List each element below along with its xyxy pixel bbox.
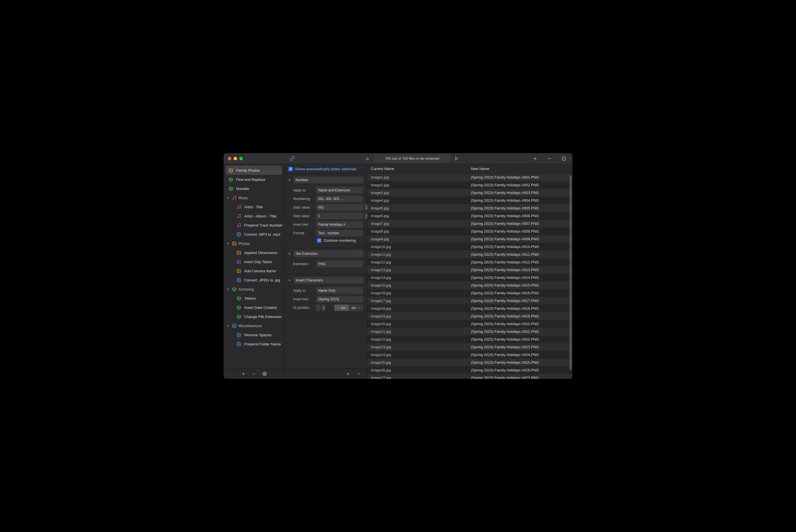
svg-point-21 xyxy=(238,280,239,281)
sidebar-item[interactable]: Insert Day Taken xyxy=(224,257,284,266)
sidebar-item[interactable]: Family Photos xyxy=(226,166,282,175)
sidebar-item[interactable]: Add Camera Name xyxy=(224,266,284,276)
sidebar-item[interactable]: Convert .JPEG to .jpg xyxy=(224,276,284,285)
file-row[interactable]: image16.jpg(Spring 2023) Family Holidays… xyxy=(367,289,572,297)
rule-type-select[interactable]: Number⌄ xyxy=(293,176,364,184)
sidebar-item[interactable]: Artist - Title xyxy=(224,202,284,211)
link-icon[interactable] xyxy=(288,156,297,161)
svg-rect-2 xyxy=(229,169,233,172)
sidebar-item[interactable]: Prepend Folder Name xyxy=(224,339,284,348)
file-new-name: (Spring 2023) Family Holidays #017.PNG xyxy=(467,299,572,303)
file-row[interactable]: image7.jpg(Spring 2023) Family Holidays … xyxy=(367,220,572,227)
file-row[interactable]: image8.jpg(Spring 2023) Family Holidays … xyxy=(367,227,572,235)
file-row[interactable]: image5.jpg(Spring 2023) Family Holidays … xyxy=(367,204,572,212)
sidebar-add-button[interactable] xyxy=(241,372,246,376)
sidebar-group-header[interactable]: ▼Miscellaneous xyxy=(224,321,284,330)
sidebar-group-header[interactable]: ▼Archiving xyxy=(224,285,284,294)
file-row[interactable]: image18.jpg(Spring 2023) Family Holidays… xyxy=(367,305,572,312)
show-auto-row[interactable]: ✓ Show automatically when selected xyxy=(284,164,367,174)
file-row[interactable]: image26.jpg(Spring 2023) Family Holidays… xyxy=(367,366,572,374)
sidebar-item-label: Prepend Track Number xyxy=(244,223,282,227)
chevron-down-icon[interactable]: ▼ xyxy=(288,279,291,282)
file-row[interactable]: image3.jpg(Spring 2023) Family Holidays … xyxy=(367,189,572,196)
add-icon[interactable] xyxy=(531,156,540,161)
file-row[interactable]: image11.jpg(Spring 2023) Family Holidays… xyxy=(367,251,572,258)
chevron-down-icon[interactable]: ▼ xyxy=(226,196,230,200)
stats-icon[interactable] xyxy=(363,156,372,161)
file-row[interactable]: image4.jpg(Spring 2023) Family Holidays … xyxy=(367,196,572,204)
sidebar-item[interactable]: Append Dimensions xyxy=(224,248,284,257)
file-row[interactable]: image1.jpg(Spring 2023) Family Holidays … xyxy=(367,173,572,181)
file-row[interactable]: image27.jpg(Spring 2023) Family Holidays… xyxy=(367,374,572,379)
apply-to-select[interactable]: Name Only⌄ xyxy=(316,287,363,294)
sidebar-group-label: Miscellaneous xyxy=(238,324,262,328)
file-row[interactable]: image21.jpg(Spring 2023) Family Holidays… xyxy=(367,328,572,336)
segment-prepend[interactable]: →abc xyxy=(334,305,349,311)
chevron-down-icon[interactable]: ▼ xyxy=(226,242,230,245)
apply-to-select[interactable]: Name and Extension⌄ xyxy=(316,187,363,194)
format-select[interactable]: Text - number⌄ xyxy=(316,230,363,236)
file-row[interactable]: image9.jpg(Spring 2023) Family Holidays … xyxy=(367,235,572,243)
sidebar-group-header[interactable]: ▼Music xyxy=(224,193,284,202)
sidebar-item[interactable]: Artist - Album - Title xyxy=(224,211,284,221)
file-row[interactable]: image19.jpg(Spring 2023) Family Holidays… xyxy=(367,312,572,320)
chevron-down-icon[interactable]: ▼ xyxy=(288,252,291,255)
music-icon xyxy=(232,195,237,200)
numbering-select[interactable]: 001, 002, 003, ...⌄ xyxy=(316,195,363,202)
chevron-down-icon[interactable]: ▼ xyxy=(226,324,230,327)
sidebar-item[interactable]: Remove Spaces xyxy=(224,330,284,339)
file-row[interactable]: image2.jpg(Spring 2023) Family Holidays … xyxy=(367,181,572,189)
zoom-window-button[interactable] xyxy=(239,157,243,160)
file-row[interactable]: image20.jpg(Spring 2023) Family Holidays… xyxy=(367,320,572,328)
sidebar-item[interactable]: Prepend Track Number xyxy=(224,221,284,230)
insert-text-input[interactable] xyxy=(316,221,363,228)
file-row[interactable]: image17.jpg(Spring 2023) Family Holidays… xyxy=(367,297,572,305)
insert-mode-segment[interactable]: →abc abc← xyxy=(334,305,363,311)
add-rule-button[interactable] xyxy=(346,372,350,376)
chevron-down-icon[interactable]: ▼ xyxy=(288,178,291,182)
sidebar-item[interactable]: Find and Replace xyxy=(224,175,284,184)
column-new-name[interactable]: New Name xyxy=(467,167,572,171)
scrollbar[interactable] xyxy=(570,175,572,370)
minimize-window-button[interactable] xyxy=(234,157,237,160)
extension-input[interactable] xyxy=(316,261,363,267)
position-stepper[interactable]: ▲▼ xyxy=(321,304,326,311)
file-row[interactable]: image24.jpg(Spring 2023) Family Holidays… xyxy=(367,351,572,359)
file-row[interactable]: image25.jpg(Spring 2023) Family Holidays… xyxy=(367,359,572,366)
insert-text-input[interactable] xyxy=(316,296,363,303)
remove-rule-button[interactable] xyxy=(356,372,361,376)
sidebar-remove-button[interactable] xyxy=(252,372,256,376)
sidebar-item[interactable]: Insert Date Created xyxy=(224,303,284,312)
column-current-name[interactable]: Current Name xyxy=(367,167,467,171)
start-value-input[interactable] xyxy=(316,204,364,211)
close-window-button[interactable] xyxy=(228,157,231,160)
sidebar-item[interactable]: Titleize xyxy=(224,294,284,303)
chevron-down-icon[interactable]: ▼ xyxy=(226,288,230,291)
rule-type-select[interactable]: Set Extension⌄ xyxy=(293,250,364,257)
step-value-input[interactable] xyxy=(316,213,364,220)
sidebar-item[interactable]: Convert .MP3 to .mp3 xyxy=(224,230,284,239)
checkbox-checked-icon[interactable]: ✓ xyxy=(289,167,293,171)
file-row[interactable]: image14.jpg(Spring 2023) Family Holidays… xyxy=(367,274,572,281)
position-input[interactable] xyxy=(316,304,320,311)
file-row[interactable]: image13.jpg(Spring 2023) Family Holidays… xyxy=(367,266,572,274)
sidebar-item[interactable]: Change File Extension xyxy=(224,312,284,321)
file-list[interactable]: image1.jpg(Spring 2023) Family Holidays … xyxy=(367,173,572,379)
continue-numbering-row[interactable]: ✓Continue numbering xyxy=(293,238,363,243)
sidebar-settings-button[interactable] xyxy=(262,372,267,376)
info-icon[interactable] xyxy=(559,156,569,161)
status-text: 700 out of 700 files to be renamed xyxy=(385,156,440,160)
rule-type-select[interactable]: Insert Characters⌄ xyxy=(293,277,364,284)
file-row[interactable]: image22.jpg(Spring 2023) Family Holidays… xyxy=(367,336,572,343)
file-row[interactable]: image15.jpg(Spring 2023) Family Holidays… xyxy=(367,281,572,289)
file-row[interactable]: image23.jpg(Spring 2023) Family Holidays… xyxy=(367,343,572,351)
remove-icon[interactable] xyxy=(545,156,554,161)
file-row[interactable]: image10.jpg(Spring 2023) Family Holidays… xyxy=(367,243,572,251)
sidebar-item[interactable]: Number xyxy=(224,184,284,193)
checkbox-checked-icon[interactable]: ✓ xyxy=(317,238,321,243)
play-icon[interactable] xyxy=(452,156,461,160)
file-row[interactable]: image6.jpg(Spring 2023) Family Holidays … xyxy=(367,212,572,220)
sidebar-group-header[interactable]: ▼Photos xyxy=(224,239,284,248)
segment-append[interactable]: abc← xyxy=(349,305,364,311)
file-row[interactable]: image12.jpg(Spring 2023) Family Holidays… xyxy=(367,258,572,266)
